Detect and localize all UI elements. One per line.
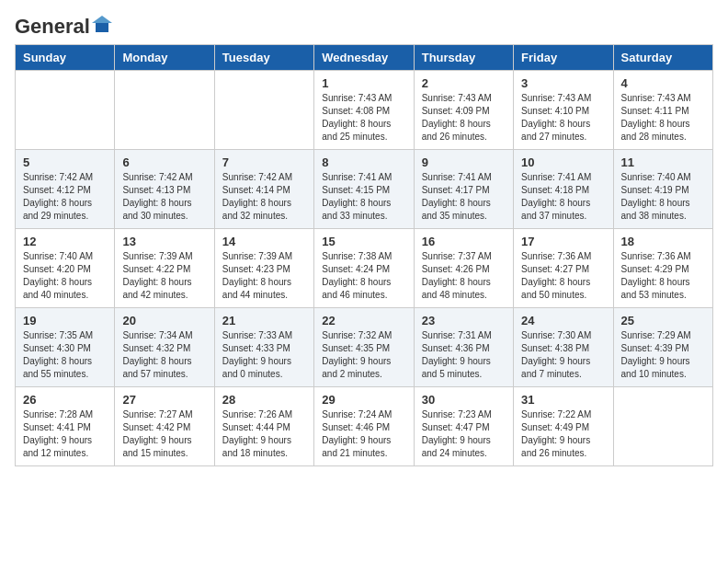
day-info: Sunrise: 7:41 AM Sunset: 4:18 PM Dayligh… bbox=[521, 171, 605, 223]
day-info: Sunrise: 7:34 AM Sunset: 4:32 PM Dayligh… bbox=[122, 329, 206, 381]
logo-general-text: General bbox=[15, 15, 90, 39]
day-info: Sunrise: 7:42 AM Sunset: 4:14 PM Dayligh… bbox=[222, 171, 306, 223]
day-info: Sunrise: 7:41 AM Sunset: 4:15 PM Dayligh… bbox=[322, 171, 405, 223]
day-number: 25 bbox=[621, 314, 705, 327]
day-cell-0-0 bbox=[16, 71, 115, 150]
day-number: 17 bbox=[521, 235, 605, 248]
day-cell-4-3: 29Sunrise: 7:24 AM Sunset: 4:46 PM Dayli… bbox=[314, 387, 414, 466]
day-info: Sunrise: 7:40 AM Sunset: 4:20 PM Dayligh… bbox=[23, 250, 107, 302]
day-cell-4-2: 28Sunrise: 7:26 AM Sunset: 4:44 PM Dayli… bbox=[214, 387, 313, 466]
day-info: Sunrise: 7:43 AM Sunset: 4:08 PM Dayligh… bbox=[322, 92, 405, 144]
day-number: 23 bbox=[422, 314, 506, 327]
week-row-1: 1Sunrise: 7:43 AM Sunset: 4:08 PM Daylig… bbox=[16, 71, 713, 150]
day-number: 30 bbox=[422, 393, 506, 407]
day-number: 2 bbox=[422, 76, 506, 90]
header-saturday: Saturday bbox=[613, 45, 712, 71]
week-row-2: 5Sunrise: 7:42 AM Sunset: 4:12 PM Daylig… bbox=[16, 150, 713, 229]
day-number: 7 bbox=[222, 155, 306, 169]
day-number: 22 bbox=[322, 314, 405, 327]
logo: General bbox=[15, 15, 112, 35]
day-cell-0-1 bbox=[115, 71, 214, 150]
day-info: Sunrise: 7:28 AM Sunset: 4:41 PM Dayligh… bbox=[23, 408, 107, 460]
header-monday: Monday bbox=[115, 45, 214, 71]
day-info: Sunrise: 7:39 AM Sunset: 4:22 PM Dayligh… bbox=[122, 250, 206, 302]
day-cell-1-0: 5Sunrise: 7:42 AM Sunset: 4:12 PM Daylig… bbox=[16, 150, 115, 229]
calendar-header-row: SundayMondayTuesdayWednesdayThursdayFrid… bbox=[16, 45, 713, 71]
day-cell-2-2: 14Sunrise: 7:39 AM Sunset: 4:23 PM Dayli… bbox=[214, 229, 313, 308]
day-number: 28 bbox=[222, 393, 306, 407]
day-cell-1-1: 6Sunrise: 7:42 AM Sunset: 4:13 PM Daylig… bbox=[115, 150, 214, 229]
day-cell-4-0: 26Sunrise: 7:28 AM Sunset: 4:41 PM Dayli… bbox=[16, 387, 115, 466]
day-number: 8 bbox=[322, 155, 405, 169]
day-number: 6 bbox=[122, 155, 206, 169]
day-number: 31 bbox=[521, 393, 605, 407]
day-info: Sunrise: 7:43 AM Sunset: 4:09 PM Dayligh… bbox=[422, 92, 506, 144]
day-number: 27 bbox=[122, 393, 206, 407]
page-header: General bbox=[15, 15, 713, 35]
day-cell-4-5: 31Sunrise: 7:22 AM Sunset: 4:49 PM Dayli… bbox=[514, 387, 613, 466]
day-number: 26 bbox=[23, 393, 107, 407]
day-info: Sunrise: 7:29 AM Sunset: 4:39 PM Dayligh… bbox=[621, 329, 705, 381]
day-info: Sunrise: 7:24 AM Sunset: 4:46 PM Dayligh… bbox=[322, 408, 405, 460]
day-cell-4-6 bbox=[613, 387, 712, 466]
week-row-3: 12Sunrise: 7:40 AM Sunset: 4:20 PM Dayli… bbox=[16, 229, 713, 308]
day-number: 11 bbox=[621, 155, 705, 169]
header-thursday: Thursday bbox=[414, 45, 513, 71]
day-number: 24 bbox=[521, 314, 605, 327]
day-cell-0-3: 1Sunrise: 7:43 AM Sunset: 4:08 PM Daylig… bbox=[314, 71, 414, 150]
day-info: Sunrise: 7:39 AM Sunset: 4:23 PM Dayligh… bbox=[222, 250, 306, 302]
day-info: Sunrise: 7:31 AM Sunset: 4:36 PM Dayligh… bbox=[422, 329, 506, 381]
day-cell-1-3: 8Sunrise: 7:41 AM Sunset: 4:15 PM Daylig… bbox=[314, 150, 414, 229]
day-cell-2-0: 12Sunrise: 7:40 AM Sunset: 4:20 PM Dayli… bbox=[16, 229, 115, 308]
day-cell-3-6: 25Sunrise: 7:29 AM Sunset: 4:39 PM Dayli… bbox=[613, 308, 712, 387]
day-info: Sunrise: 7:36 AM Sunset: 4:29 PM Dayligh… bbox=[621, 250, 705, 302]
day-cell-0-2 bbox=[214, 71, 313, 150]
day-number: 9 bbox=[422, 155, 506, 169]
header-sunday: Sunday bbox=[16, 45, 115, 71]
svg-marker-1 bbox=[92, 16, 112, 23]
day-cell-2-5: 17Sunrise: 7:36 AM Sunset: 4:27 PM Dayli… bbox=[514, 229, 613, 308]
day-info: Sunrise: 7:36 AM Sunset: 4:27 PM Dayligh… bbox=[521, 250, 605, 302]
day-number: 19 bbox=[23, 314, 107, 327]
day-info: Sunrise: 7:30 AM Sunset: 4:38 PM Dayligh… bbox=[521, 329, 605, 381]
day-info: Sunrise: 7:43 AM Sunset: 4:11 PM Dayligh… bbox=[621, 92, 705, 144]
day-info: Sunrise: 7:23 AM Sunset: 4:47 PM Dayligh… bbox=[422, 408, 506, 460]
day-cell-1-2: 7Sunrise: 7:42 AM Sunset: 4:14 PM Daylig… bbox=[214, 150, 313, 229]
header-wednesday: Wednesday bbox=[314, 45, 414, 71]
week-row-5: 26Sunrise: 7:28 AM Sunset: 4:41 PM Dayli… bbox=[16, 387, 713, 466]
header-friday: Friday bbox=[514, 45, 613, 71]
day-cell-1-5: 10Sunrise: 7:41 AM Sunset: 4:18 PM Dayli… bbox=[514, 150, 613, 229]
day-number: 5 bbox=[23, 155, 107, 169]
day-number: 29 bbox=[322, 393, 405, 407]
day-number: 12 bbox=[23, 235, 107, 248]
day-info: Sunrise: 7:27 AM Sunset: 4:42 PM Dayligh… bbox=[122, 408, 206, 460]
day-info: Sunrise: 7:43 AM Sunset: 4:10 PM Dayligh… bbox=[521, 92, 605, 144]
day-number: 10 bbox=[521, 155, 605, 169]
day-number: 1 bbox=[322, 76, 405, 90]
day-number: 21 bbox=[222, 314, 306, 327]
day-cell-2-6: 18Sunrise: 7:36 AM Sunset: 4:29 PM Dayli… bbox=[613, 229, 712, 308]
day-cell-0-5: 3Sunrise: 7:43 AM Sunset: 4:10 PM Daylig… bbox=[514, 71, 613, 150]
logo-icon bbox=[92, 16, 112, 36]
day-info: Sunrise: 7:22 AM Sunset: 4:49 PM Dayligh… bbox=[521, 408, 605, 460]
day-cell-0-6: 4Sunrise: 7:43 AM Sunset: 4:11 PM Daylig… bbox=[613, 71, 712, 150]
day-cell-2-1: 13Sunrise: 7:39 AM Sunset: 4:22 PM Dayli… bbox=[115, 229, 214, 308]
day-cell-2-3: 15Sunrise: 7:38 AM Sunset: 4:24 PM Dayli… bbox=[314, 229, 414, 308]
day-info: Sunrise: 7:40 AM Sunset: 4:19 PM Dayligh… bbox=[621, 171, 705, 223]
day-cell-3-5: 24Sunrise: 7:30 AM Sunset: 4:38 PM Dayli… bbox=[514, 308, 613, 387]
day-cell-1-6: 11Sunrise: 7:40 AM Sunset: 4:19 PM Dayli… bbox=[613, 150, 712, 229]
day-cell-3-2: 21Sunrise: 7:33 AM Sunset: 4:33 PM Dayli… bbox=[214, 308, 313, 387]
day-cell-3-3: 22Sunrise: 7:32 AM Sunset: 4:35 PM Dayli… bbox=[314, 308, 414, 387]
day-cell-4-4: 30Sunrise: 7:23 AM Sunset: 4:47 PM Dayli… bbox=[414, 387, 513, 466]
day-cell-1-4: 9Sunrise: 7:41 AM Sunset: 4:17 PM Daylig… bbox=[414, 150, 513, 229]
day-cell-3-0: 19Sunrise: 7:35 AM Sunset: 4:30 PM Dayli… bbox=[16, 308, 115, 387]
day-info: Sunrise: 7:26 AM Sunset: 4:44 PM Dayligh… bbox=[222, 408, 306, 460]
day-info: Sunrise: 7:35 AM Sunset: 4:30 PM Dayligh… bbox=[23, 329, 107, 381]
day-info: Sunrise: 7:32 AM Sunset: 4:35 PM Dayligh… bbox=[322, 329, 405, 381]
week-row-4: 19Sunrise: 7:35 AM Sunset: 4:30 PM Dayli… bbox=[16, 308, 713, 387]
day-cell-2-4: 16Sunrise: 7:37 AM Sunset: 4:26 PM Dayli… bbox=[414, 229, 513, 308]
day-info: Sunrise: 7:41 AM Sunset: 4:17 PM Dayligh… bbox=[422, 171, 506, 223]
day-cell-3-1: 20Sunrise: 7:34 AM Sunset: 4:32 PM Dayli… bbox=[115, 308, 214, 387]
day-cell-0-4: 2Sunrise: 7:43 AM Sunset: 4:09 PM Daylig… bbox=[414, 71, 513, 150]
day-info: Sunrise: 7:33 AM Sunset: 4:33 PM Dayligh… bbox=[222, 329, 306, 381]
